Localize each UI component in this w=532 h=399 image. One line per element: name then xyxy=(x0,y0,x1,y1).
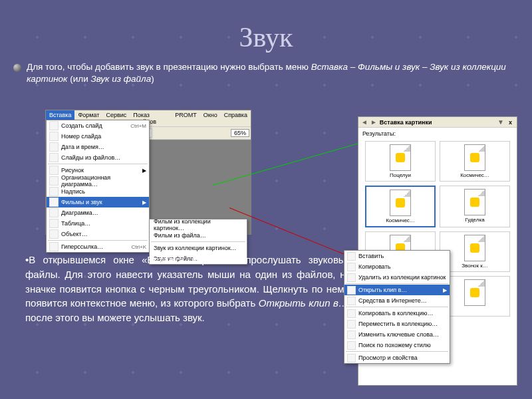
ctx-move-to[interactable]: Переместить в коллекцию… xyxy=(344,319,450,329)
ctx-insert[interactable]: Вставить xyxy=(344,251,450,261)
table-icon xyxy=(49,219,59,228)
blank-icon xyxy=(49,142,59,152)
dd-slide-number[interactable]: Номер слайда xyxy=(47,131,149,142)
blank-icon xyxy=(347,354,356,362)
ctx-delete[interactable]: Удалить из коллекции картинок xyxy=(344,272,450,283)
chart-icon xyxy=(49,208,59,217)
forward-icon[interactable]: ► xyxy=(370,118,377,126)
dropdown-icon[interactable]: ▼ xyxy=(497,118,504,126)
sound-file-icon xyxy=(390,190,411,216)
menu-help[interactable]: Справка xyxy=(221,110,251,126)
sound-file-icon xyxy=(464,235,485,261)
separator xyxy=(48,164,148,164)
dd-date-time[interactable]: Дата и время… xyxy=(47,142,149,152)
sound-file-icon xyxy=(464,144,485,171)
folder-icon xyxy=(347,320,356,329)
bullet-icon xyxy=(13,64,21,72)
separator xyxy=(346,307,448,307)
results-label: Результаты: xyxy=(362,130,513,137)
back-icon[interactable]: ◄ xyxy=(361,118,368,126)
clip-thumb[interactable]: Космичес… xyxy=(440,141,510,182)
dd-object[interactable]: Объект… xyxy=(47,229,149,239)
dd-new-slide[interactable]: Создать слайдCtrl+M xyxy=(47,120,149,131)
sub-movie-gallery[interactable]: Фильм из коллекции картинок… xyxy=(150,219,247,230)
slide-icon xyxy=(49,121,59,130)
textbox-icon xyxy=(49,187,59,196)
dd-table[interactable]: Таблица… xyxy=(47,218,149,229)
ctx-keywords[interactable]: Изменить ключевые слова… xyxy=(344,329,450,340)
folder-icon xyxy=(347,309,356,318)
sound-file-icon xyxy=(464,189,485,215)
blank-icon xyxy=(49,198,59,207)
sub-movie-file[interactable]: Фильм из файла… xyxy=(150,230,247,241)
orgchart-icon xyxy=(49,176,59,186)
zoom-box[interactable]: 65% xyxy=(231,129,249,137)
link-icon xyxy=(49,242,59,251)
context-menu: Вставить Копировать Удалить из коллекции… xyxy=(344,250,450,364)
blank-icon xyxy=(49,229,59,239)
sound-file-icon xyxy=(390,144,411,171)
ctx-similar[interactable]: Поиск по похожему стилю xyxy=(344,340,450,350)
delete-icon xyxy=(347,273,356,282)
globe-icon xyxy=(347,297,356,305)
ctx-open-clip[interactable]: Открыть клип в…▶ xyxy=(344,285,450,295)
chevron-right-icon: ▶ xyxy=(142,168,146,174)
body-paragraph: •В открывшемся окне «Вставка картинки» п… xyxy=(25,253,351,325)
insert-dropdown: Создать слайдCtrl+M Номер слайда Дата и … xyxy=(46,120,150,253)
separator xyxy=(346,283,448,284)
sound-file-icon xyxy=(464,279,485,306)
picture-icon xyxy=(49,166,59,175)
ctx-properties[interactable]: Просмотр и свойства xyxy=(344,352,450,363)
chevron-right-icon: ▶ xyxy=(443,287,447,293)
dd-hyperlink[interactable]: Гиперссылка…Ctrl+K xyxy=(47,241,149,252)
blank-icon xyxy=(347,252,356,261)
dd-chart[interactable]: Диаграмма… xyxy=(47,207,149,218)
ctx-copy[interactable]: Копировать xyxy=(344,261,450,272)
lead-bullet-row: Для того, чтобы добавить звук в презента… xyxy=(0,53,532,85)
lead-text: Для того, чтобы добавить звук в презента… xyxy=(27,61,519,85)
separator xyxy=(48,240,148,241)
ctx-copy-to[interactable]: Копировать в коллекцию… xyxy=(344,308,450,319)
dd-slides-from-files[interactable]: Слайды из файлов… xyxy=(47,152,149,163)
panel-title: Вставка картинки xyxy=(380,119,497,126)
slide-title: Звук xyxy=(0,0,532,53)
clip-thumb[interactable]: Гуделка xyxy=(440,186,510,227)
sub-sound-gallery[interactable]: Звук из коллекции картинок… xyxy=(150,243,247,253)
separator xyxy=(151,241,245,242)
close-icon[interactable]: x xyxy=(507,119,514,126)
copy-icon xyxy=(347,263,356,271)
blank-icon xyxy=(347,286,356,295)
insert-picture-panel: ◄ ► Вставка картинки ▼ x Результаты: Поц… xyxy=(358,116,517,386)
clip-thumb[interactable]: Поцелуи xyxy=(365,141,436,182)
menu-window[interactable]: Окно xyxy=(200,110,221,126)
menu-screenshot: Вставка Формат Сервис Показ слайдов PROM… xyxy=(45,110,251,140)
blank-icon xyxy=(49,153,59,162)
panel-titlebar: ◄ ► Вставка картинки ▼ x xyxy=(358,117,517,128)
clip-thumb-selected[interactable]: Космичес… xyxy=(365,186,436,227)
dd-movies-sound[interactable]: Фильмы и звук▶ xyxy=(47,197,149,207)
blank-icon xyxy=(49,132,59,141)
separator xyxy=(346,351,448,352)
blank-icon xyxy=(347,331,356,339)
menu-promt[interactable]: PROMT xyxy=(172,110,200,126)
chevron-right-icon: ▶ xyxy=(142,200,146,205)
ctx-web-tools[interactable]: Средства в Интернете… xyxy=(344,295,450,306)
dd-org-chart[interactable]: Организационная диаграмма… xyxy=(47,176,149,186)
dd-textbox[interactable]: Надпись xyxy=(47,186,149,197)
blank-icon xyxy=(347,341,356,350)
